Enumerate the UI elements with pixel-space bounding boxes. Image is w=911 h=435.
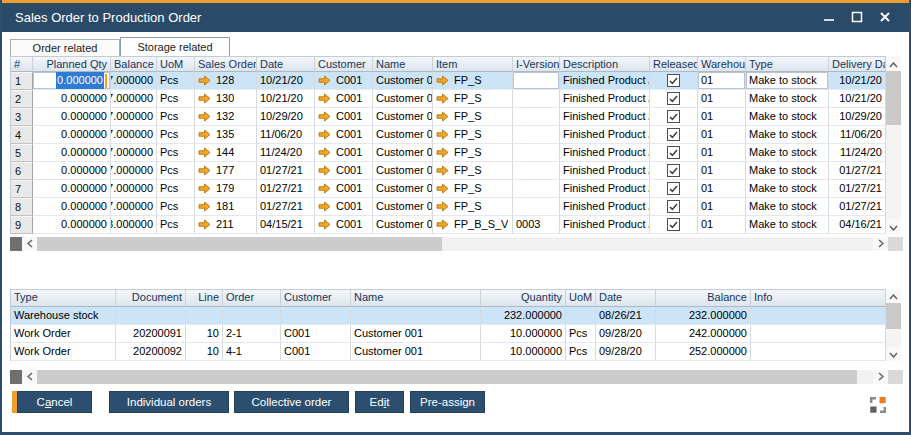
- scrollbar-track[interactable]: [442, 237, 873, 251]
- released-checkbox[interactable]: [667, 110, 680, 123]
- tab-order-related[interactable]: Order related: [10, 39, 120, 56]
- row-number[interactable]: 4: [11, 126, 33, 144]
- column-header-warehouse[interactable]: Warehous: [698, 57, 746, 72]
- link-arrow-icon[interactable]: [318, 147, 331, 158]
- table-row[interactable]: 90.00000023.000000Pcs21104/15/21C001Cust…: [11, 216, 886, 234]
- table-row[interactable]: 60.00000087.000000Pcs17701/27/21C001Cust…: [11, 162, 886, 180]
- link-arrow-icon[interactable]: [436, 93, 449, 104]
- column-header-info[interactable]: Info: [751, 290, 886, 307]
- link-arrow-icon[interactable]: [436, 111, 449, 122]
- scroll-left-button[interactable]: [22, 237, 37, 251]
- scrollbar-split-handle[interactable]: [10, 370, 22, 384]
- table-row[interactable]: 30.00000087.000000Pcs13210/29/20C001Cust…: [11, 108, 886, 126]
- column-header-delivery-date[interactable]: Delivery Dat: [829, 57, 886, 72]
- released-checkbox[interactable]: [667, 146, 680, 159]
- column-header-document[interactable]: Document: [116, 290, 186, 307]
- column-header-order[interactable]: Order: [223, 290, 281, 307]
- table-row[interactable]: 80.00000087.000000Pcs18101/27/21C001Cust…: [11, 198, 886, 216]
- link-arrow-icon[interactable]: [198, 111, 211, 122]
- table-row[interactable]: Work Order20200091102-1C001Customer 0011…: [11, 325, 886, 343]
- column-header-quantity[interactable]: Quantity: [481, 290, 566, 307]
- column-header-item[interactable]: Item: [433, 57, 513, 72]
- column-header-type[interactable]: Type: [746, 57, 829, 72]
- link-arrow-icon[interactable]: [198, 75, 211, 86]
- row-number[interactable]: 8: [11, 198, 33, 216]
- column-header-name[interactable]: Name: [351, 290, 481, 307]
- scrollbar-thumb[interactable]: [37, 370, 857, 384]
- released-checkbox[interactable]: [667, 164, 680, 177]
- planned-qty-edit-field[interactable]: 0.000000: [33, 72, 111, 90]
- column-header-sales-order[interactable]: Sales Order: [195, 57, 257, 72]
- released-checkbox[interactable]: [667, 74, 680, 87]
- close-button[interactable]: [871, 6, 899, 30]
- column-header-i-version[interactable]: I-Version: [513, 57, 560, 72]
- link-arrow-icon[interactable]: [318, 219, 331, 230]
- released-checkbox[interactable]: [667, 92, 680, 105]
- column-header-balance[interactable]: Balance: [656, 290, 751, 307]
- column-header-customer[interactable]: Customer: [281, 290, 351, 307]
- scroll-up-button[interactable]: [886, 289, 901, 303]
- link-arrow-icon[interactable]: [318, 201, 331, 212]
- minimize-button[interactable]: [815, 6, 843, 30]
- row-number[interactable]: 1: [11, 72, 33, 90]
- column-header-date[interactable]: Date: [257, 57, 315, 72]
- scroll-right-button[interactable]: [873, 237, 888, 251]
- column-header-customer[interactable]: Customer: [315, 57, 373, 72]
- link-arrow-icon[interactable]: [198, 93, 211, 104]
- row-number[interactable]: 9: [11, 216, 33, 234]
- edit-button[interactable]: Edit: [355, 391, 404, 413]
- table-row[interactable]: 40.00000087.000000Pcs13511/06/20C001Cust…: [11, 126, 886, 144]
- link-arrow-icon[interactable]: [436, 183, 449, 194]
- link-arrow-icon[interactable]: [318, 111, 331, 122]
- link-arrow-icon[interactable]: [198, 201, 211, 212]
- released-checkbox[interactable]: [667, 182, 680, 195]
- main-table-horizontal-scrollbar[interactable]: [10, 237, 903, 251]
- tab-storage-related[interactable]: Storage related: [120, 37, 230, 56]
- scroll-right-button[interactable]: [873, 370, 888, 384]
- scrollbar-track[interactable]: [857, 370, 873, 384]
- link-arrow-icon[interactable]: [198, 183, 211, 194]
- main-table-vertical-scrollbar[interactable]: [886, 56, 901, 234]
- column-header-name[interactable]: Name: [373, 57, 433, 72]
- column-header-uom[interactable]: UoM: [157, 57, 195, 72]
- scroll-down-button[interactable]: [886, 219, 901, 234]
- scrollbar-split-handle[interactable]: [10, 237, 22, 251]
- table-row[interactable]: Work Order20200092104-1C001Customer 0011…: [11, 343, 886, 361]
- column-header-date[interactable]: Date: [596, 290, 656, 307]
- link-arrow-icon[interactable]: [318, 93, 331, 104]
- scroll-down-button[interactable]: [886, 347, 901, 361]
- scrollbar-thumb[interactable]: [37, 237, 442, 251]
- row-number[interactable]: 2: [11, 90, 33, 108]
- link-arrow-icon[interactable]: [198, 147, 211, 158]
- link-arrow-icon[interactable]: [318, 129, 331, 140]
- table-row[interactable]: 50.00000087.000000Pcs14411/24/20C001Cust…: [11, 144, 886, 162]
- column-header-description[interactable]: Description: [560, 57, 650, 72]
- cancel-button[interactable]: Cancel: [17, 391, 92, 413]
- link-arrow-icon[interactable]: [436, 219, 449, 230]
- table-row[interactable]: 70.00000087.000000Pcs17901/27/21C001Cust…: [11, 180, 886, 198]
- pre-assign-button[interactable]: Pre-assign: [410, 391, 485, 413]
- column-header-balance[interactable]: Balance: [111, 57, 157, 72]
- table-row[interactable]: Warehouse stock232.00000008/26/21232.000…: [11, 307, 886, 325]
- title-bar[interactable]: Sales Order to Production Order: [2, 3, 909, 32]
- column-header-planned-qty[interactable]: Planned Qty: [33, 57, 111, 72]
- released-checkbox[interactable]: [667, 128, 680, 141]
- column-header-uom[interactable]: UoM: [566, 290, 596, 307]
- row-number[interactable]: 7: [11, 180, 33, 198]
- link-arrow-icon[interactable]: [318, 75, 331, 86]
- link-arrow-icon[interactable]: [198, 219, 211, 230]
- scroll-up-button[interactable]: [886, 56, 901, 71]
- link-arrow-icon[interactable]: [436, 201, 449, 212]
- link-arrow-icon[interactable]: [436, 147, 449, 158]
- link-arrow-icon[interactable]: [318, 183, 331, 194]
- column-header-released[interactable]: Released: [650, 57, 698, 72]
- row-number[interactable]: 3: [11, 108, 33, 126]
- maximize-button[interactable]: [843, 6, 871, 30]
- scrollbar-thumb[interactable]: [886, 71, 901, 125]
- column-header-type[interactable]: Type: [11, 290, 116, 307]
- scrollbar-track[interactable]: [886, 329, 901, 347]
- link-arrow-icon[interactable]: [198, 129, 211, 140]
- link-arrow-icon[interactable]: [436, 75, 449, 86]
- table-row[interactable]: 20.00000087.000000Pcs13010/21/20C001Cust…: [11, 90, 886, 108]
- released-checkbox[interactable]: [667, 218, 680, 231]
